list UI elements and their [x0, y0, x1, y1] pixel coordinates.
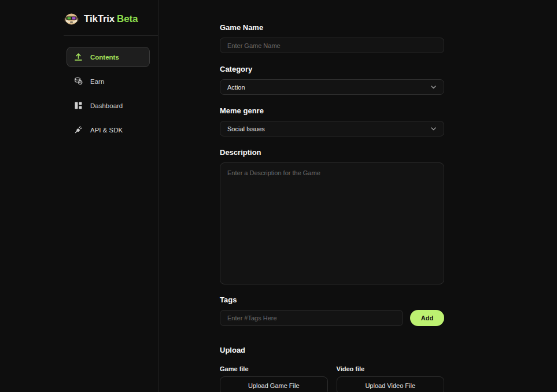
meme-genre-select[interactable]: Social Issues [220, 121, 444, 136]
brand-logo[interactable]: TikTrixBeta [64, 10, 158, 28]
game-name-label: Game Name [220, 23, 444, 32]
meme-genre-label: Meme genre [220, 106, 444, 115]
sidebar-item-contents[interactable]: Contents [67, 47, 150, 67]
tags-input[interactable] [220, 310, 403, 326]
upload-game-file-button[interactable]: Upload Game File [220, 376, 328, 392]
chevron-down-icon [430, 84, 437, 90]
monkey-glasses-icon [64, 12, 79, 26]
meme-genre-selected-value: Social Issues [227, 125, 265, 132]
chevron-down-icon [430, 125, 437, 132]
upload-grid: Game file Upload Game File Video file Up… [220, 365, 444, 392]
sidebar-item-label: Contents [90, 54, 119, 61]
dashboard-grid-icon [74, 101, 83, 110]
category-select[interactable]: Action [220, 79, 444, 95]
game-file-column: Game file Upload Game File [220, 365, 328, 392]
sidebar-nav: Contents Earn Dashboard [67, 47, 150, 140]
app-window: TikTrixBeta Contents Earn [0, 0, 557, 392]
game-upload-form: Game Name Category Action Meme genre Soc… [220, 23, 444, 392]
video-file-label: Video file [337, 365, 445, 372]
brand-beta-badge: Beta [117, 13, 138, 24]
description-textarea[interactable] [220, 162, 444, 284]
category-selected-value: Action [227, 84, 245, 91]
tags-label: Tags [220, 295, 444, 304]
sidebar-item-dashboard[interactable]: Dashboard [67, 95, 150, 116]
upload-video-file-button[interactable]: Upload Video File [337, 376, 445, 392]
category-label: Category [220, 65, 444, 73]
sidebar-item-label: Earn [90, 78, 104, 85]
upload-section-label: Upload [220, 346, 444, 354]
tags-row: Add [220, 310, 444, 326]
game-file-label: Game file [220, 365, 328, 372]
sidebar-divider [64, 35, 158, 36]
sidebar: TikTrixBeta Contents Earn [0, 0, 158, 392]
coins-icon [74, 77, 83, 86]
sidebar-item-api-sdk[interactable]: API & SDK [67, 120, 150, 140]
brand-text: TikTrixBeta [84, 13, 138, 25]
brand-name: TikTrix [84, 13, 115, 24]
upload-icon [74, 53, 83, 61]
sidebar-item-label: Dashboard [90, 102, 123, 109]
main-content: Game Name Category Action Meme genre Soc… [158, 0, 557, 392]
video-file-column: Video file Upload Video File [337, 365, 445, 392]
sidebar-item-label: API & SDK [90, 127, 123, 134]
add-tag-button[interactable]: Add [410, 310, 444, 326]
sidebar-item-earn[interactable]: Earn [67, 71, 150, 91]
plug-icon [74, 125, 83, 134]
game-name-input[interactable] [220, 38, 444, 53]
description-label: Description [220, 148, 444, 157]
